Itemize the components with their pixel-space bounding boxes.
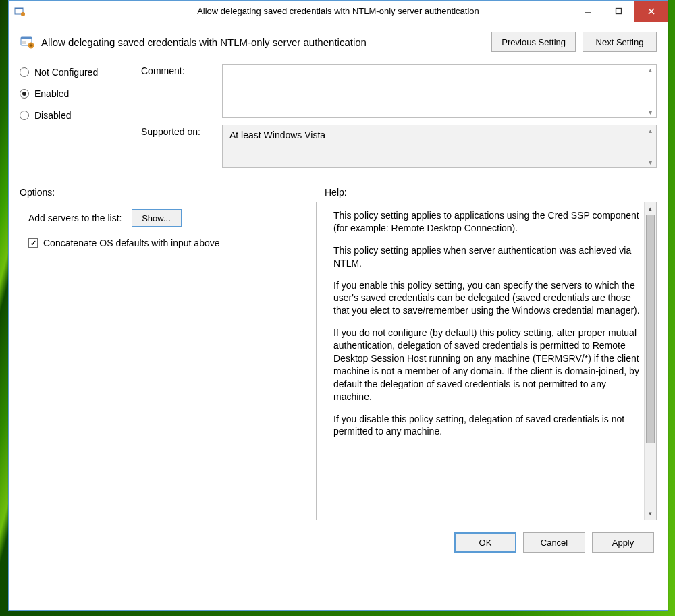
apply-button[interactable]: Apply	[592, 532, 654, 553]
checkbox-icon	[28, 238, 38, 248]
radio-icon	[20, 67, 29, 77]
options-pane: Add servers to the list: Show... Concate…	[20, 202, 317, 520]
policy-name: Allow delegating saved credentials with …	[41, 36, 485, 48]
scroll-down-icon: ▾	[649, 159, 652, 166]
show-button[interactable]: Show...	[132, 209, 182, 227]
svg-rect-8	[21, 37, 32, 39]
comment-textarea[interactable]: ▴ ▾	[222, 64, 657, 118]
scroll-down-icon: ▾	[649, 109, 652, 116]
dialog-footer: OK Cancel Apply	[9, 526, 668, 562]
help-paragraph: If you enable this policy setting, you c…	[333, 279, 641, 318]
add-servers-label: Add servers to the list:	[28, 213, 122, 223]
window-title: Allow delegating saved credentials with …	[9, 6, 668, 16]
policy-header: Allow delegating saved credentials with …	[9, 22, 668, 56]
svg-rect-9	[22, 41, 26, 44]
policy-icon	[20, 34, 34, 49]
supported-on-box: At least Windows Vista ▴ ▾	[222, 125, 657, 168]
radio-icon	[20, 89, 29, 99]
radio-not-configured[interactable]: Not Configured	[20, 67, 141, 78]
help-paragraph: This policy setting applies when server …	[333, 244, 641, 270]
radio-enabled[interactable]: Enabled	[20, 88, 141, 99]
svg-rect-1	[15, 8, 23, 9]
help-text: This policy setting applies to applicati…	[333, 209, 641, 438]
window-buttons	[572, 1, 668, 22]
scrollbar[interactable]: ▴ ▾	[644, 125, 656, 167]
comment-label: Comment:	[141, 64, 222, 76]
state-radios: Not Configured Enabled Disabled	[20, 64, 141, 121]
radio-label: Disabled	[34, 110, 71, 121]
scroll-up-icon: ▴	[649, 66, 652, 74]
close-button[interactable]	[634, 1, 668, 22]
policy-editor-window: Allow delegating saved credentials with …	[8, 0, 668, 611]
title-bar[interactable]: Allow delegating saved credentials with …	[9, 1, 668, 22]
help-label: Help:	[325, 187, 347, 198]
scrollbar[interactable]: ▴ ▾	[644, 65, 656, 117]
scrollbar-thumb[interactable]	[646, 215, 655, 443]
help-pane: This policy setting applies to applicati…	[325, 202, 657, 520]
help-scrollbar[interactable]: ▴ ▾	[644, 202, 656, 520]
concat-label: Concatenate OS defaults with input above	[43, 237, 220, 248]
options-label: Options:	[20, 187, 325, 198]
client-area: Allow delegating saved credentials with …	[9, 22, 668, 610]
svg-point-2	[21, 12, 25, 16]
previous-setting-button[interactable]: Previous Setting	[491, 32, 576, 52]
scroll-up-icon: ▴	[645, 202, 656, 215]
minimize-button[interactable]	[572, 1, 603, 22]
supported-on-label: Supported on:	[141, 125, 222, 137]
supported-on-value: At least Windows Vista	[230, 130, 325, 140]
help-paragraph: This policy setting applies to applicati…	[333, 209, 641, 235]
concat-checkbox-row[interactable]: Concatenate OS defaults with input above	[28, 237, 308, 248]
cancel-button[interactable]: Cancel	[523, 532, 585, 553]
scroll-up-icon: ▴	[649, 127, 652, 134]
ok-button[interactable]: OK	[454, 532, 516, 553]
scroll-down-icon: ▾	[645, 507, 656, 520]
radio-disabled[interactable]: Disabled	[20, 110, 141, 121]
help-paragraph: If you do not configure (by default) thi…	[333, 327, 641, 403]
next-setting-button[interactable]: Next Setting	[583, 32, 657, 52]
svg-rect-4	[616, 9, 622, 14]
radio-label: Enabled	[34, 88, 69, 99]
maximize-button[interactable]	[603, 1, 634, 22]
section-labels: Options: Help:	[9, 179, 668, 202]
scrollbar-track[interactable]	[645, 215, 656, 507]
radio-label: Not Configured	[34, 67, 98, 78]
radio-icon	[20, 111, 29, 120]
help-paragraph: If you disable this policy setting, dele…	[333, 413, 641, 439]
app-icon	[14, 6, 25, 17]
